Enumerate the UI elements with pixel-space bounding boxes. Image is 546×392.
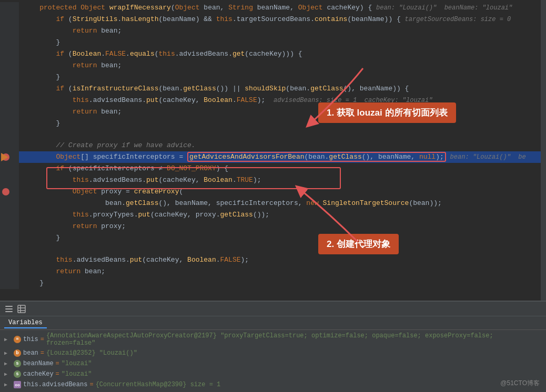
var-expand-5[interactable]: ▶: [4, 381, 12, 388]
debugger-tabs-bar: Variables: [0, 316, 546, 330]
code-content-22: [19, 244, 546, 254]
var-item-4[interactable]: ▶scacheKey="louzai": [0, 369, 546, 379]
gutter-3: [0, 25, 19, 37]
code-line-8: if (isInfrastructureClass(bean.getClass(…: [0, 83, 546, 95]
code-line-20: return proxy;: [0, 221, 546, 232]
gutter-7: [0, 71, 19, 83]
gutter-12: [0, 129, 19, 140]
code-line-19: this.proxyTypes.put(cacheKey, proxy.getC…: [0, 209, 546, 221]
code-line-22: [0, 244, 546, 254]
gutter-1: [0, 2, 19, 14]
variables-tab-label: Variables: [8, 319, 43, 326]
var-expand-1[interactable]: ▶: [4, 336, 12, 343]
code-content-12: [19, 129, 546, 140]
var-icon-1: =: [14, 336, 21, 343]
code-line-15: if (specificInterceptors ≠ DO_NOT_PROXY)…: [0, 163, 546, 174]
gutter-15: [0, 163, 19, 174]
list-icon-btn[interactable]: [4, 304, 14, 314]
code-content-14: Object[] specificInterceptors = getAdvic…: [19, 151, 546, 163]
var-name-1: this: [23, 336, 38, 343]
debugger-toolbar: [0, 302, 546, 316]
code-content-16: this.advisedBeans.put(cacheKey, Boolean.…: [19, 174, 546, 186]
var-name-5: this.advisedBeans: [23, 381, 87, 388]
gutter-16: [0, 174, 19, 186]
code-content-24: return bean;: [19, 266, 546, 277]
code-line-11: }: [0, 118, 546, 129]
code-content-13: // Create proxy if we have advice.: [19, 140, 546, 151]
var-val-5: {ConcurrentHashMap@2390} size = 1: [96, 381, 221, 388]
code-line-4: }: [0, 37, 546, 48]
scrollbar-right[interactable]: [541, 0, 546, 301]
table-icon-btn[interactable]: [17, 304, 26, 314]
code-content-17: Object proxy = createProxy(: [19, 186, 546, 198]
gutter-18: [0, 198, 19, 209]
code-content-7: }: [19, 71, 546, 83]
code-line-6: return bean;: [0, 60, 546, 71]
var-name-3: beanName: [23, 360, 54, 367]
var-expand-3[interactable]: ▶: [4, 360, 12, 367]
code-line-10: return bean;: [0, 106, 546, 118]
var-item-5[interactable]: ▶oothis.advisedBeans={ConcurrentHashMap@…: [0, 379, 546, 390]
watermark: @51CTO博客: [500, 379, 540, 388]
variables-area[interactable]: ▶=this={AnnotationAwareAspectJAutoProxyC…: [0, 330, 546, 392]
gutter-6: [0, 60, 19, 71]
code-content-10: return bean;: [19, 106, 546, 118]
code-line-9: this.advisedBeans.put(cacheKey, Boolean.…: [0, 95, 546, 106]
var-expand-2[interactable]: ▶: [4, 350, 12, 356]
gutter-23: [0, 254, 19, 266]
var-item-1[interactable]: ▶=this={AnnotationAwareAspectJAutoProxyC…: [0, 331, 546, 348]
code-line-14: Object[] specificInterceptors = getAdvic…: [0, 151, 546, 163]
code-line-1: protected Object wrapIfNecessary(Object …: [0, 2, 546, 14]
code-content-23: this.advisedBeans.put(cacheKey, Boolean.…: [19, 254, 546, 266]
var-icon-4: s: [14, 370, 21, 378]
var-icon-5: oo: [14, 381, 21, 388]
svg-rect-3: [18, 305, 25, 313]
watermark-text: @51CTO博客: [500, 379, 540, 387]
code-container: protected Object wrapIfNecessary(Object …: [0, 0, 546, 291]
code-line-3: return bean;: [0, 25, 546, 37]
code-line-17: Object proxy = createProxy(: [0, 186, 546, 198]
gutter-9: [0, 95, 19, 106]
arrow-indicator-14: [1, 153, 8, 161]
gutter-10: [0, 106, 19, 118]
var-eq-4: =: [56, 370, 59, 378]
code-content-6: return bean;: [19, 60, 546, 71]
editor-area: protected Object wrapIfNecessary(Object …: [0, 0, 546, 301]
var-item-2[interactable]: ▶bbean={Louzai@2352} "Louzai()": [0, 348, 546, 358]
code-line-18: bean.getClass(), beanName, specificInter…: [0, 198, 546, 209]
svg-rect-2: [5, 311, 13, 312]
code-content-9: this.advisedBeans.put(cacheKey, Boolean.…: [19, 95, 546, 106]
code-content-19: this.proxyTypes.put(cacheKey, proxy.getC…: [19, 209, 546, 221]
tab-variables[interactable]: Variables: [4, 318, 47, 328]
gutter-4: [0, 37, 19, 48]
var-val-2: {Louzai@2352} "Louzai()": [46, 349, 137, 357]
code-content-5: if (Boolean.FALSE.equals(this.advisedBea…: [19, 48, 546, 60]
code-content-2: if (StringUtils.hasLength(beanName) && t…: [19, 14, 546, 25]
breakpoint-17[interactable]: [2, 188, 9, 195]
var-icon-2: b: [14, 349, 21, 357]
gutter-20: [0, 221, 19, 232]
code-line-25: }: [0, 277, 546, 289]
var-expand-4[interactable]: ▶: [4, 371, 12, 377]
gutter-19: [0, 209, 19, 221]
gutter-5: [0, 48, 19, 60]
code-line-2: if (StringUtils.hasLength(beanName) && t…: [0, 14, 546, 25]
code-line-23: this.advisedBeans.put(cacheKey, Boolean.…: [0, 254, 546, 266]
var-icon-3: s: [14, 360, 21, 367]
code-line-13: // Create proxy if we have advice.: [0, 140, 546, 151]
var-eq-2: =: [41, 349, 44, 357]
var-name-4: cacheKey: [23, 370, 54, 378]
code-content-20: return proxy;: [19, 221, 546, 232]
code-line-16: this.advisedBeans.put(cacheKey, Boolean.…: [0, 174, 546, 186]
gutter-17: [0, 186, 19, 198]
var-val-3: "louzai": [62, 360, 92, 367]
var-item-3[interactable]: ▶sbeanName="louzai": [0, 358, 546, 369]
var-eq-5: =: [89, 381, 93, 388]
code-line-7: }: [0, 71, 546, 83]
gutter-8: [0, 83, 19, 95]
code-content-25: }: [19, 277, 546, 289]
code-line-21: }: [0, 232, 546, 244]
code-line-24: return bean;: [0, 266, 546, 277]
code-content-8: if (isInfrastructureClass(bean.getClass(…: [19, 83, 546, 95]
gutter-21: [0, 232, 19, 244]
